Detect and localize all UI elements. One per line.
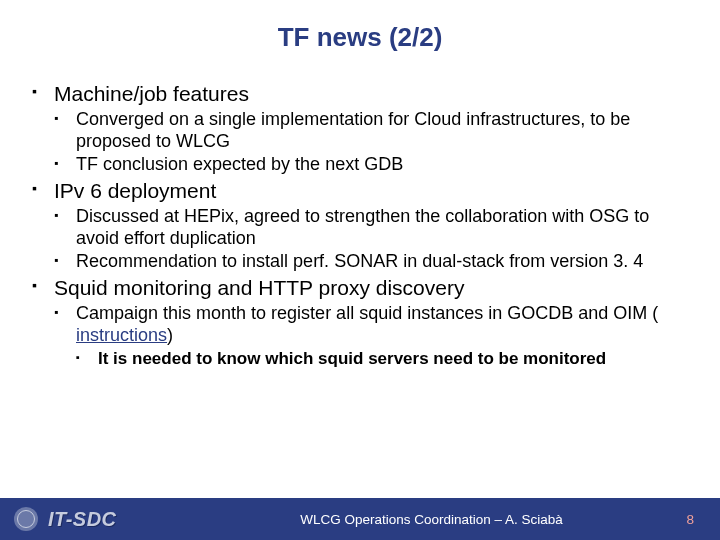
list-item: It is needed to know which squid servers… <box>76 349 688 370</box>
topic-ipv6: IPv 6 deployment Discussed at HEPix, agr… <box>32 178 688 273</box>
slide-footer: IT-SDC WLCG Operations Coordination – A.… <box>0 498 720 540</box>
instructions-link[interactable]: instructions <box>76 325 167 345</box>
list-item: Discussed at HEPix, agreed to strengthen… <box>54 206 688 249</box>
topic-heading: Machine/job features <box>54 82 249 105</box>
footer-center-text: WLCG Operations Coordination – A. Sciabà <box>177 512 687 527</box>
slide: TF news (2/2) Machine/job features Conve… <box>0 0 720 540</box>
topic-heading: IPv 6 deployment <box>54 179 216 202</box>
list-item: TF conclusion expected by the next GDB <box>54 154 688 176</box>
topic-squid: Squid monitoring and HTTP proxy discover… <box>32 275 688 370</box>
page-number: 8 <box>686 512 694 527</box>
slide-title: TF news (2/2) <box>0 0 720 59</box>
list-item: Converged on a single implementation for… <box>54 109 688 152</box>
list-item-text-after: ) <box>167 325 173 345</box>
topic-machine-job: Machine/job features Converged on a sing… <box>32 81 688 176</box>
list-item-text-before: Campaign this month to register all squi… <box>76 303 658 323</box>
slide-content: Machine/job features Converged on a sing… <box>0 59 720 370</box>
list-item: Campaign this month to register all squi… <box>54 303 688 370</box>
list-item: Recommendation to install perf. SONAR in… <box>54 251 688 273</box>
itsdc-label: IT-SDC <box>48 508 117 531</box>
topic-heading: Squid monitoring and HTTP proxy discover… <box>54 276 464 299</box>
cern-logo-icon <box>14 507 38 531</box>
